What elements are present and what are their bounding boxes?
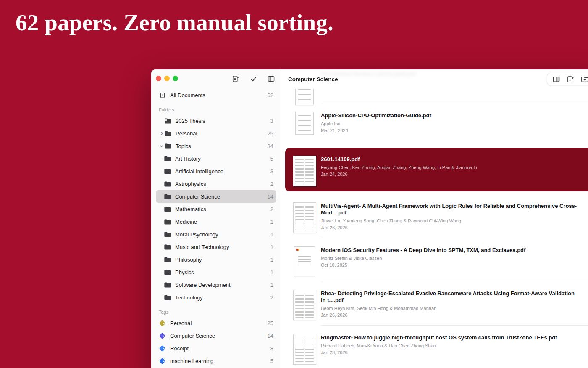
minimize-button[interactable] <box>164 76 170 81</box>
folder-label: Topics <box>176 143 264 149</box>
sidebar-folder-software-development[interactable]: Software Development1 <box>156 278 276 291</box>
tag-count: 5 <box>270 358 273 364</box>
paper-text: 2601.14109.pdfFeiyang Chen, Ken Zhong, A… <box>321 156 588 186</box>
folder-icon <box>164 269 172 275</box>
folder-icon <box>164 181 172 187</box>
paper-row-rhea-detecting-privilege-escalated-evasive-ransomware-attacks-using-format-aware-validation-in-t-pdf[interactable]: Rhea- Detecting Privilege-Escalated Evas… <box>281 281 588 326</box>
tag-count: 8 <box>270 345 273 352</box>
toggle-sidebar-icon[interactable] <box>267 74 275 83</box>
new-folder-icon[interactable] <box>580 75 588 83</box>
folder-icon <box>164 156 172 162</box>
sidebar-folder-philosophy[interactable]: Philosophy1 <box>156 253 276 266</box>
check-icon[interactable] <box>249 74 257 83</box>
chevron-right-icon[interactable] <box>159 131 164 136</box>
folder-count: 14 <box>268 193 273 200</box>
sidebar-folder-music-and-technology[interactable]: Music and Technology1 <box>156 241 276 253</box>
document-list-pane: The Belated Workers [2013] [pdf].pdfAppl… <box>281 69 588 368</box>
folder-icon <box>164 143 173 149</box>
paper-thumbnail <box>295 112 314 135</box>
sidebar-tag-machine-learning[interactable]: machine Learning5 <box>156 355 276 367</box>
smart-folder-icon <box>164 118 173 124</box>
folders-section-header: Folders <box>159 107 273 112</box>
paper-text: MultiVis-Agent- A Multi-Agent Framework … <box>321 202 588 233</box>
paper-date: Jan 23, 2026 <box>321 350 579 355</box>
documents-icon <box>159 92 167 98</box>
paper-authors: Richard Habeeb, Man-Ki Yoon & Hao Chen Z… <box>321 343 579 349</box>
content-header: Computer Science <box>281 69 588 89</box>
folder-label: Philosophy <box>175 257 267 263</box>
sidebar-folder-artificial-intelligence[interactable]: Artificial Intelligence3 <box>156 165 276 177</box>
traffic-lights <box>156 76 178 81</box>
sidebar-tag-receipt[interactable]: Receipt8 <box>156 342 276 355</box>
paper-row-ringmaster-how-to-juggle-high-throughput-host-os-system-calls-from-trustzone-tees-pdf[interactable]: Ringmaster- How to juggle high-throughpu… <box>281 326 588 368</box>
app-window: All Documents 62 Folders 2025 Thesis3Per… <box>151 69 588 368</box>
sidebar-folder-astrophysics[interactable]: Astrophysics2 <box>156 177 276 190</box>
sidebar-folder-art-history[interactable]: Art History5 <box>156 152 276 165</box>
folder-count: 3 <box>270 118 273 124</box>
folder-count: 5 <box>270 156 273 162</box>
sidebar-folder-moral-psychology[interactable]: Moral Psychology1 <box>156 228 276 241</box>
sidebar-folder-2025-thesis[interactable]: 2025 Thesis3 <box>156 114 276 127</box>
paper-title: Modern iOS Security Features - A Deep Di… <box>321 247 579 254</box>
sidebar-folder-topics[interactable]: Topics34 <box>156 140 276 152</box>
sidebar-folder-personal[interactable]: Personal25 <box>156 127 276 140</box>
paper-row-2601-14109-pdf[interactable]: 2601.14109.pdfFeiyang Chen, Ken Zhong, A… <box>285 148 588 191</box>
folder-count: 1 <box>270 269 273 275</box>
auto-file-icon[interactable] <box>566 75 575 83</box>
sidebar: All Documents 62 Folders 2025 Thesis3Per… <box>151 69 281 368</box>
sidebar-folder-computer-science[interactable]: Computer Science14 <box>156 190 276 203</box>
auto-file-icon[interactable] <box>231 74 240 83</box>
paper-row-apple-silicon-cpu-optimization-guide-pdf[interactable]: Apple-Silicon-CPU-Optimization-Guide.pdf… <box>281 103 588 146</box>
thumbnail-column <box>288 246 321 276</box>
folder-icon <box>164 294 172 301</box>
tag-label: Personal <box>170 320 264 326</box>
folder-label: Medicine <box>175 219 267 225</box>
tag-count: 25 <box>268 320 273 326</box>
close-button[interactable] <box>156 76 161 81</box>
paper-title: Apple-Silicon-CPU-Optimization-Guide.pdf <box>321 112 579 119</box>
chevron-down-icon[interactable] <box>159 144 164 148</box>
paper-authors: Apple Inc. <box>321 121 579 127</box>
tag-icon <box>159 334 167 338</box>
folder-list: 2025 Thesis3Personal25Topics34Art Histor… <box>151 114 281 304</box>
thumbnail-column <box>288 156 321 186</box>
sidebar-folder-mathematics[interactable]: Mathematics2 <box>156 203 276 215</box>
paper-text: Apple-Silicon-CPU-Optimization-Guide.pdf… <box>321 112 588 141</box>
tag-icon <box>159 321 167 326</box>
paper-date: Jan 26, 2026 <box>321 312 579 318</box>
folder-icon <box>164 282 172 288</box>
folder-count: 1 <box>270 219 273 225</box>
sidebar-folder-physics[interactable]: Physics1 <box>156 266 276 278</box>
paper-row-multivis-agent-a-multi-agent-framework-with-logic-rules-for-reliable-and-comprehensive-cross-mod-pdf[interactable]: MultiVis-Agent- A Multi-Agent Framework … <box>281 194 588 238</box>
folder-label: Moral Psychology <box>175 231 267 238</box>
paper-authors: Beom Heyn Kim, Seok Min Hong & Mohammad … <box>321 306 579 311</box>
folder-label: Personal <box>176 130 264 137</box>
tag-label: machine Learning <box>170 358 267 364</box>
paper-title: Ringmaster- How to juggle high-throughpu… <box>321 334 579 341</box>
paper-title: MultiVis-Agent- A Multi-Agent Framework … <box>321 203 579 216</box>
paper-text: Modern iOS Security Features - A Deep Di… <box>321 246 588 276</box>
page-background: 62 papers. Zero manual sorting. All Docu… <box>0 0 588 368</box>
sidebar-folder-technology[interactable]: Technology2 <box>156 291 276 304</box>
sidebar-folder-medicine[interactable]: Medicine1 <box>156 215 276 228</box>
folder-label: Artificial Intelligence <box>175 168 267 175</box>
tag-label: Computer Science <box>170 333 264 339</box>
paper-date: Oct 10, 2025 <box>321 262 579 268</box>
tag-icon <box>159 359 167 363</box>
folder-icon <box>164 257 172 263</box>
sidebar-item-all-documents[interactable]: All Documents 62 <box>156 89 276 101</box>
folder-count: 1 <box>270 257 273 263</box>
zoom-button[interactable] <box>173 76 178 81</box>
folder-label: 2025 Thesis <box>176 118 267 124</box>
folder-label: Technology <box>175 294 267 301</box>
thumbnail-column <box>288 290 321 320</box>
folder-count: 3 <box>270 168 273 175</box>
folder-count: 2 <box>270 206 273 212</box>
paper-row-modern-ios-security-features-a-deep-dive-into-sptm-txm-and-exclaves-pdf[interactable]: Modern iOS Security Features - A Deep Di… <box>281 238 588 281</box>
sidebar-toolbar <box>231 74 275 83</box>
paper-thumbnail <box>293 290 316 320</box>
paper-thumbnail <box>293 202 316 233</box>
toggle-preview-icon[interactable] <box>552 75 560 83</box>
sidebar-tag-personal[interactable]: Personal25 <box>156 317 276 329</box>
sidebar-tag-computer-science[interactable]: Computer Science14 <box>156 329 276 342</box>
